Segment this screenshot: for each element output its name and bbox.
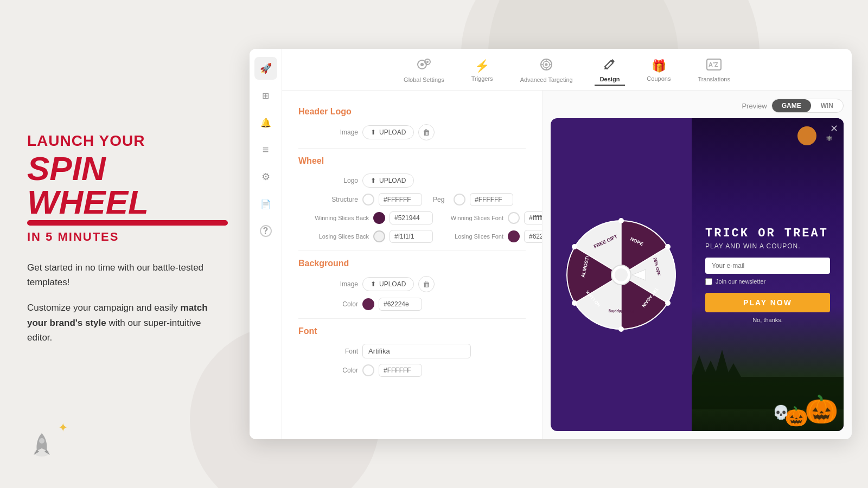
sidebar-item-gear[interactable]: ⚙ xyxy=(254,165,277,188)
gear-icon: ⚙ xyxy=(261,171,270,183)
svg-text:Z: Z xyxy=(714,61,718,68)
svg-point-29 xyxy=(572,244,577,249)
popup-preview: ✕ xyxy=(551,118,844,431)
font-color-swatch[interactable] xyxy=(362,364,374,376)
font-title: Font xyxy=(298,326,526,336)
popup-close-btn[interactable]: ✕ xyxy=(830,123,838,134)
nav-advanced-targeting[interactable]: Advanced Targeting xyxy=(515,56,578,85)
background-upload-label: UPLOAD xyxy=(379,280,406,288)
newsletter-label: Join our newsletter xyxy=(716,278,765,285)
rocket-decoration: ✦ xyxy=(27,429,57,461)
popup-newsletter-group: Join our newsletter xyxy=(705,278,830,285)
top-nav: Global Settings ⚡ Triggers xyxy=(282,49,852,91)
winning-slices-back-input[interactable] xyxy=(390,211,433,224)
nav-coupons[interactable]: 🎁 Coupons xyxy=(641,57,676,84)
rocket-icon: 🚀 xyxy=(260,62,272,74)
background-delete-btn[interactable]: 🗑 xyxy=(418,276,435,292)
svg-point-28 xyxy=(572,300,577,306)
sliders-icon: ⊞ xyxy=(262,91,269,101)
losing-slices-font-swatch[interactable] xyxy=(508,230,520,242)
winning-slices-row: Winning Slices Back Winning Slices Font xyxy=(298,211,526,224)
font-family-label: Font xyxy=(298,348,358,355)
background-color-input[interactable] xyxy=(379,298,422,311)
losing-slices-back-swatch[interactable] xyxy=(373,230,385,242)
background-color-row: Color xyxy=(298,298,526,311)
app-container: 🚀 ⊞ 🔔 ≡ ⚙ 📄 ? xyxy=(250,49,852,439)
header-logo-upload-btn[interactable]: ⬆ UPLOAD xyxy=(362,125,414,139)
wheel-structure-label: Structure xyxy=(298,196,358,203)
wheel-logo-upload-btn[interactable]: ⬆ UPLOAD xyxy=(362,174,414,188)
font-color-input[interactable] xyxy=(379,364,422,377)
background-title: Background xyxy=(298,259,526,268)
svg-text:Free Shipping: Free Shipping xyxy=(609,309,634,313)
header-logo-delete-btn[interactable]: 🗑 xyxy=(418,124,435,140)
structure-color-input[interactable] xyxy=(379,193,422,206)
nav-triggers[interactable]: ⚡ Triggers xyxy=(466,57,499,84)
wheel-section: ALMOST! FREE GIFT NOPE 25% OFF TRY AGAIN… xyxy=(551,118,692,431)
main-content: Global Settings ⚡ Triggers xyxy=(282,49,852,439)
popup-no-thanks[interactable]: No, thanks. xyxy=(705,317,830,323)
losing-slices-font-input[interactable] xyxy=(524,230,542,243)
losing-slices-back-input[interactable] xyxy=(390,230,433,243)
background-color-swatch[interactable] xyxy=(362,298,374,310)
winning-slices-back-group: Winning Slices Back xyxy=(298,211,433,224)
nav-global-settings[interactable]: Global Settings xyxy=(398,56,450,85)
global-settings-icon xyxy=(417,58,431,74)
svg-point-31 xyxy=(615,268,628,281)
sidebar-item-doc[interactable]: 📄 xyxy=(254,192,277,215)
popup-inner: ALMOST! FREE GIFT NOPE 25% OFF TRY AGAIN… xyxy=(551,118,844,431)
structure-color-swatch[interactable] xyxy=(362,194,374,206)
upload-icon-3: ⬆ xyxy=(371,280,376,288)
global-settings-label: Global Settings xyxy=(404,76,444,83)
losing-slices-font-group: Losing Slices Font xyxy=(444,230,542,243)
header-logo-upload-label: UPLOAD xyxy=(379,129,406,136)
upload-icon: ⬆ xyxy=(371,129,376,136)
wheel-logo-upload-label: UPLOAD xyxy=(379,177,406,184)
svg-point-27 xyxy=(618,326,624,332)
wheel-container: ALMOST! FREE GIFT NOPE 25% OFF TRY AGAIN… xyxy=(561,215,681,335)
coupons-icon: 🎁 xyxy=(652,59,666,73)
sidebar-item-rocket[interactable]: 🚀 xyxy=(254,57,277,80)
newsletter-checkbox[interactable] xyxy=(705,278,712,285)
background-image-label: Image xyxy=(298,280,358,288)
bell-icon: 🔔 xyxy=(260,118,271,128)
triggers-label: Triggers xyxy=(471,75,493,82)
popup-email-input[interactable] xyxy=(705,258,830,274)
doc-icon: 📄 xyxy=(260,199,271,209)
header-logo-image-row: Image ⬆ UPLOAD 🗑 xyxy=(298,124,526,140)
sidebar-item-list[interactable]: ≡ xyxy=(254,138,277,161)
background-image-row: Image ⬆ UPLOAD 🗑 xyxy=(298,276,526,292)
wheel-structure-group: Structure xyxy=(298,193,422,206)
winning-slices-back-label: Winning Slices Back xyxy=(298,215,369,221)
coupons-label: Coupons xyxy=(647,75,671,82)
svg-point-5 xyxy=(426,61,429,63)
preview-game-btn[interactable]: GAME xyxy=(772,99,811,112)
winning-slices-back-swatch[interactable] xyxy=(373,212,385,224)
peg-color-input[interactable] xyxy=(470,193,513,206)
winning-slices-font-group: Winning Slices Font xyxy=(444,211,542,224)
nav-translations[interactable]: A Z Translations xyxy=(692,56,736,85)
svg-point-25 xyxy=(665,244,671,249)
design-icon xyxy=(603,57,616,74)
header-logo-image-label: Image xyxy=(298,129,358,136)
sidebar-item-help[interactable]: ? xyxy=(254,220,277,242)
popup-play-btn[interactable]: PLAY NOW xyxy=(705,293,830,312)
winning-slices-font-input[interactable] xyxy=(524,211,542,224)
nav-design[interactable]: Design xyxy=(595,55,626,86)
sidebar-item-bell[interactable]: 🔔 xyxy=(254,111,277,134)
winning-slices-font-swatch[interactable] xyxy=(508,212,520,224)
peg-color-swatch[interactable] xyxy=(454,194,465,206)
background-upload-btn[interactable]: ⬆ UPLOAD xyxy=(362,277,414,291)
sidebar-item-sliders[interactable]: ⊞ xyxy=(254,84,277,107)
svg-point-8 xyxy=(545,63,548,66)
font-family-select[interactable]: Artifika Arial Georgia xyxy=(362,344,471,358)
preview-win-btn[interactable]: WIN xyxy=(811,99,843,112)
font-color-row: Color xyxy=(298,364,526,377)
list-icon: ≡ xyxy=(263,144,269,156)
popup-subtitle: PLAY AND WIN A COUPON. xyxy=(705,242,830,250)
svg-point-3 xyxy=(420,63,424,66)
preview-panel: Preview GAME WIN ✕ xyxy=(542,91,852,439)
content-area: Header Logo Image ⬆ UPLOAD 🗑 Wheel Logo xyxy=(282,91,852,439)
spin-wheel-svg: ALMOST! FREE GIFT NOPE 25% OFF TRY AGAIN… xyxy=(561,215,681,335)
wheel-logo-label: Logo xyxy=(298,177,358,184)
